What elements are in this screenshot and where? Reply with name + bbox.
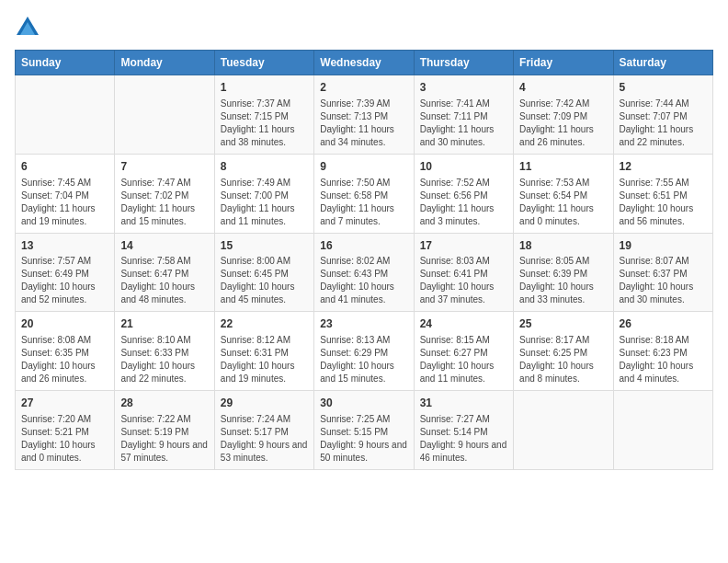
calendar-cell: 27Sunrise: 7:20 AM Sunset: 5:21 PM Dayli…	[16, 391, 115, 470]
calendar-cell: 28Sunrise: 7:22 AM Sunset: 5:19 PM Dayli…	[115, 391, 214, 470]
day-info: Sunrise: 7:20 AM Sunset: 5:21 PM Dayligh…	[21, 413, 108, 465]
calendar-cell: 5Sunrise: 7:44 AM Sunset: 7:07 PM Daylig…	[613, 75, 712, 155]
logo	[15, 15, 44, 40]
day-number: 12	[620, 159, 707, 175]
day-info: Sunrise: 7:39 AM Sunset: 7:13 PM Dayligh…	[320, 98, 407, 149]
col-header-wednesday: Wednesday	[314, 51, 414, 75]
day-number: 13	[21, 238, 108, 254]
calendar-cell: 26Sunrise: 8:18 AM Sunset: 6:23 PM Dayli…	[613, 312, 712, 391]
day-info: Sunrise: 7:57 AM Sunset: 6:49 PM Dayligh…	[21, 255, 108, 306]
calendar-week-1: 1Sunrise: 7:37 AM Sunset: 7:15 PM Daylig…	[16, 75, 713, 155]
day-info: Sunrise: 7:44 AM Sunset: 7:07 PM Dayligh…	[620, 98, 707, 149]
calendar-week-3: 13Sunrise: 7:57 AM Sunset: 6:49 PM Dayli…	[16, 233, 713, 312]
day-number: 2	[320, 80, 407, 96]
day-number: 5	[620, 80, 707, 96]
calendar-week-5: 27Sunrise: 7:20 AM Sunset: 5:21 PM Dayli…	[16, 391, 713, 470]
day-number: 8	[221, 159, 308, 175]
calendar-cell: 2Sunrise: 7:39 AM Sunset: 7:13 PM Daylig…	[314, 75, 414, 155]
calendar-cell: 1Sunrise: 7:37 AM Sunset: 7:15 PM Daylig…	[214, 75, 313, 155]
day-info: Sunrise: 8:17 AM Sunset: 6:25 PM Dayligh…	[519, 334, 607, 385]
day-info: Sunrise: 7:58 AM Sunset: 6:47 PM Dayligh…	[120, 255, 208, 306]
day-info: Sunrise: 7:22 AM Sunset: 5:19 PM Dayligh…	[120, 413, 208, 465]
calendar-cell: 4Sunrise: 7:42 AM Sunset: 7:09 PM Daylig…	[514, 75, 613, 155]
calendar-cell: 29Sunrise: 7:24 AM Sunset: 5:17 PM Dayli…	[214, 391, 313, 470]
day-number: 26	[620, 316, 707, 332]
col-header-thursday: Thursday	[414, 51, 513, 75]
day-info: Sunrise: 7:50 AM Sunset: 6:58 PM Dayligh…	[320, 177, 407, 228]
calendar-cell: 18Sunrise: 8:05 AM Sunset: 6:39 PM Dayli…	[514, 233, 613, 312]
day-info: Sunrise: 7:53 AM Sunset: 6:54 PM Dayligh…	[519, 177, 607, 228]
calendar-week-4: 20Sunrise: 8:08 AM Sunset: 6:35 PM Dayli…	[16, 312, 713, 391]
calendar-cell: 24Sunrise: 8:15 AM Sunset: 6:27 PM Dayli…	[414, 312, 513, 391]
calendar-cell: 21Sunrise: 8:10 AM Sunset: 6:33 PM Dayli…	[115, 312, 214, 391]
calendar-cell: 19Sunrise: 8:07 AM Sunset: 6:37 PM Dayli…	[613, 233, 712, 312]
calendar-cell: 9Sunrise: 7:50 AM Sunset: 6:58 PM Daylig…	[314, 154, 414, 233]
day-number: 22	[221, 316, 308, 332]
day-info: Sunrise: 7:49 AM Sunset: 7:00 PM Dayligh…	[221, 177, 308, 228]
calendar-cell: 20Sunrise: 8:08 AM Sunset: 6:35 PM Dayli…	[16, 312, 115, 391]
day-info: Sunrise: 7:45 AM Sunset: 7:04 PM Dayligh…	[21, 177, 108, 228]
calendar-cell: 17Sunrise: 8:03 AM Sunset: 6:41 PM Dayli…	[414, 233, 513, 312]
day-info: Sunrise: 8:00 AM Sunset: 6:45 PM Dayligh…	[221, 255, 308, 306]
calendar-cell: 7Sunrise: 7:47 AM Sunset: 7:02 PM Daylig…	[115, 154, 214, 233]
calendar-cell: 10Sunrise: 7:52 AM Sunset: 6:56 PM Dayli…	[414, 154, 513, 233]
day-number: 3	[420, 80, 507, 96]
calendar-cell: 22Sunrise: 8:12 AM Sunset: 6:31 PM Dayli…	[214, 312, 313, 391]
day-info: Sunrise: 7:55 AM Sunset: 6:51 PM Dayligh…	[620, 177, 707, 228]
day-info: Sunrise: 7:37 AM Sunset: 7:15 PM Dayligh…	[221, 98, 308, 149]
day-number: 16	[320, 238, 407, 254]
day-number: 29	[221, 396, 308, 411]
day-number: 10	[420, 159, 507, 175]
day-number: 15	[221, 238, 308, 254]
day-info: Sunrise: 7:47 AM Sunset: 7:02 PM Dayligh…	[120, 177, 208, 228]
calendar-table: SundayMondayTuesdayWednesdayThursdayFrid…	[15, 50, 713, 470]
page-header	[15, 15, 713, 40]
day-info: Sunrise: 7:27 AM Sunset: 5:14 PM Dayligh…	[420, 413, 507, 465]
calendar-cell: 15Sunrise: 8:00 AM Sunset: 6:45 PM Dayli…	[214, 233, 313, 312]
day-number: 30	[320, 396, 407, 411]
day-info: Sunrise: 7:41 AM Sunset: 7:11 PM Dayligh…	[420, 98, 507, 149]
calendar-cell: 31Sunrise: 7:27 AM Sunset: 5:14 PM Dayli…	[414, 391, 513, 470]
day-number: 7	[120, 159, 208, 175]
calendar-cell: 11Sunrise: 7:53 AM Sunset: 6:54 PM Dayli…	[514, 154, 613, 233]
calendar-cell: 6Sunrise: 7:45 AM Sunset: 7:04 PM Daylig…	[16, 154, 115, 233]
col-header-tuesday: Tuesday	[214, 51, 313, 75]
day-info: Sunrise: 8:03 AM Sunset: 6:41 PM Dayligh…	[420, 255, 507, 306]
calendar-cell	[115, 75, 214, 155]
day-number: 6	[21, 159, 108, 175]
day-number: 27	[21, 396, 108, 411]
day-info: Sunrise: 8:15 AM Sunset: 6:27 PM Dayligh…	[420, 334, 507, 385]
day-number: 1	[221, 80, 308, 96]
col-header-friday: Friday	[514, 51, 613, 75]
calendar-cell: 30Sunrise: 7:25 AM Sunset: 5:15 PM Dayli…	[314, 391, 414, 470]
calendar-cell: 23Sunrise: 8:13 AM Sunset: 6:29 PM Dayli…	[314, 312, 414, 391]
day-info: Sunrise: 7:25 AM Sunset: 5:15 PM Dayligh…	[320, 413, 407, 465]
calendar-cell	[16, 75, 115, 155]
day-info: Sunrise: 8:08 AM Sunset: 6:35 PM Dayligh…	[21, 334, 108, 385]
day-number: 17	[420, 238, 507, 254]
calendar-cell: 14Sunrise: 7:58 AM Sunset: 6:47 PM Dayli…	[115, 233, 214, 312]
day-info: Sunrise: 8:02 AM Sunset: 6:43 PM Dayligh…	[320, 255, 407, 306]
day-number: 14	[120, 238, 208, 254]
calendar-cell	[613, 391, 712, 470]
day-number: 31	[420, 396, 507, 411]
day-number: 24	[420, 316, 507, 332]
day-info: Sunrise: 7:52 AM Sunset: 6:56 PM Dayligh…	[420, 177, 507, 228]
calendar-week-2: 6Sunrise: 7:45 AM Sunset: 7:04 PM Daylig…	[16, 154, 713, 233]
day-number: 28	[120, 396, 208, 411]
day-number: 25	[519, 316, 607, 332]
day-number: 11	[519, 159, 607, 175]
calendar-cell: 12Sunrise: 7:55 AM Sunset: 6:51 PM Dayli…	[613, 154, 712, 233]
calendar-cell: 8Sunrise: 7:49 AM Sunset: 7:00 PM Daylig…	[214, 154, 313, 233]
day-number: 21	[120, 316, 208, 332]
logo-icon	[15, 15, 40, 40]
day-info: Sunrise: 7:24 AM Sunset: 5:17 PM Dayligh…	[221, 413, 308, 465]
day-info: Sunrise: 8:12 AM Sunset: 6:31 PM Dayligh…	[221, 334, 308, 385]
calendar-cell: 16Sunrise: 8:02 AM Sunset: 6:43 PM Dayli…	[314, 233, 414, 312]
day-info: Sunrise: 8:07 AM Sunset: 6:37 PM Dayligh…	[620, 255, 707, 306]
day-info: Sunrise: 8:05 AM Sunset: 6:39 PM Dayligh…	[519, 255, 607, 306]
day-number: 20	[21, 316, 108, 332]
day-number: 4	[519, 80, 607, 96]
day-number: 18	[519, 238, 607, 254]
calendar-cell: 3Sunrise: 7:41 AM Sunset: 7:11 PM Daylig…	[414, 75, 513, 155]
